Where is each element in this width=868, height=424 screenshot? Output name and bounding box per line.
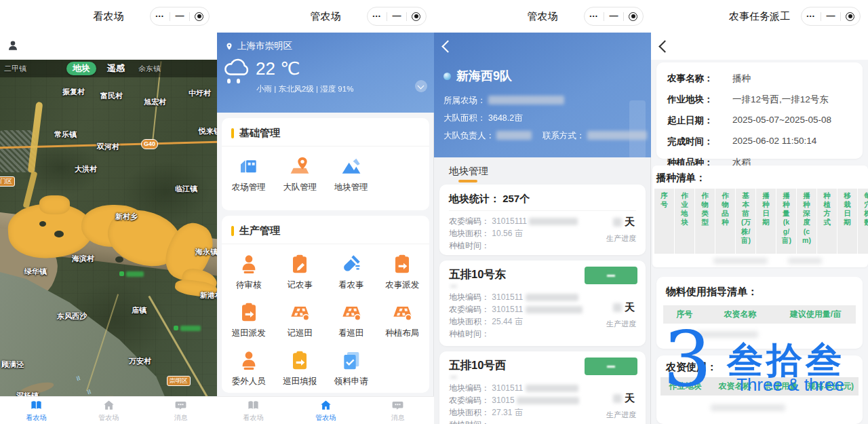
location-row[interactable]: 上海市崇明区 [225,40,292,52]
code-blur [526,294,578,301]
map-label: 新港村 [200,290,217,301]
plot-area-row: 地块面积： 27.31 亩 [449,407,523,419]
plot-card[interactable]: 五排10号东 地块编码： 3101511 农委编码： 3101511 地块面积：… [439,261,646,346]
leader-label: 大队负责人： [443,131,494,140]
miniprogram-capsule[interactable]: ••• — [150,7,210,26]
grid-item-record-patrol[interactable]: 记巡田 [275,295,326,343]
more-icon[interactable]: ••• [156,14,165,19]
grid-item-team-management[interactable]: 大队管理 [275,149,326,197]
grid-item-outsourced-staff[interactable]: 委外人员 [223,343,275,391]
location-pin-icon [225,41,233,52]
tabbar-item-messages[interactable]: 消息 [144,397,217,424]
minimize-icon[interactable]: — [826,11,835,20]
plot-gap [115,256,123,263]
chat-icon [174,399,187,412]
home-icon [319,399,332,412]
miniprogram-capsule[interactable]: ••• — [801,7,861,26]
grid-item-patrol-report[interactable]: 巡田填报 [275,343,326,391]
nw-code-row: 农委编码： 3101511 [449,304,583,315]
grid-item-record-farmwork[interactable]: 记农事 [275,247,326,295]
plot-polygon[interactable] [39,195,70,214]
miniprogram-capsule[interactable]: ••• — [367,7,427,26]
grid-item-material-request[interactable]: 领料申请 [326,343,377,391]
tab-bar: 看农场 管农场 消息 [217,396,434,424]
close-icon[interactable] [412,12,420,21]
grid-item-label: 巡田派发 [232,328,266,339]
code-blur [526,385,578,392]
info-label: 完成时间： [667,136,732,148]
plot-action-button[interactable] [585,267,637,284]
days-value-blur [613,394,622,403]
clipboard-pencil-icon [289,253,311,275]
grid-item-patrol-dispatch[interactable]: 巡田派发 [223,295,275,343]
grid-item-view-farmwork[interactable]: 看农事 [326,247,377,295]
plot-code-row: 地块编码： 3101511 [449,292,578,303]
team-area-value: 3648.2亩 [488,113,523,123]
panel-manage-farm-home: 管农场 ••• — 上海市崇明区 22 ℃ 小雨 | 东北风2级 | 湿度 91… [217,0,434,424]
tabbar-item-manage-farm[interactable]: 管农场 [290,397,362,424]
grid-item-farm-management[interactable]: 农场管理 [223,149,275,197]
map-label: 绿华镇 [24,267,47,277]
plot-action-button[interactable] [585,358,637,375]
grid-item-label: 看巡田 [338,328,364,339]
tabbar-label: 消息 [391,413,405,423]
map-label: 二甲镇 [4,64,26,74]
nw-code-value: 3101511 [492,305,523,314]
close-icon[interactable] [846,12,854,21]
grid-item-label: 大队管理 [283,182,317,193]
contact-row: 联系方式： [542,130,647,142]
minimize-icon[interactable]: — [392,11,401,20]
grid-item-label: 看农事 [338,280,364,291]
info-value: 2025-06-02 11:50:14 [732,136,816,148]
more-icon[interactable]: ••• [373,14,382,19]
tab-plot-management[interactable]: 地块管理 [449,165,488,178]
team-name-row: 新海西9队 [443,68,512,84]
chevron-down-icon[interactable] [415,80,427,92]
miniprogram-capsule[interactable]: ••• — [584,7,644,26]
tab-remote-sensing[interactable]: 遥感 [107,62,125,75]
book-icon [30,399,43,412]
days-unit: 天 [625,216,635,227]
tabbar-item-view-farm[interactable]: 看农场 [217,397,290,424]
grid-item-planting-layout[interactable]: 种植布局 [377,295,429,343]
grid-item-label: 记农事 [288,280,313,291]
book-icon [247,399,260,412]
more-icon[interactable]: ••• [590,14,599,19]
minimize-icon[interactable]: — [175,11,184,20]
sowing-list-title: 播种清单： [656,172,706,185]
subtext-blur [450,285,457,288]
user-icon[interactable] [7,39,19,52]
grid-item-view-patrol[interactable]: 看巡田 [326,295,377,343]
tabbar-item-view-farm[interactable]: 看农场 [0,397,73,424]
more-icon[interactable]: ••• [807,14,816,19]
data-row-blur [713,258,768,264]
minimize-icon[interactable]: — [609,11,618,20]
close-icon[interactable] [195,12,203,21]
days-unit: 天 [625,392,635,404]
farm-map[interactable]: 地块 遥感 二甲镇 余东镇 振复村 富民村 旭宏村 中圩村 悦来镇 常乐镇 双河… [0,60,217,397]
plot-gap [39,221,46,227]
tab-plot-layer[interactable]: 地块 [66,62,96,75]
basic-grid: 农场管理 大队管理 地块管理 [222,147,429,200]
plot-stats-card[interactable]: 地块统计： 257个 农委编码： 31015111 地块面积： 10.56 亩 … [439,185,646,255]
tabbar-item-messages[interactable]: 消息 [361,397,434,424]
grid-item-farmwork-dispatch[interactable]: 农事派发 [377,247,429,295]
navbar: 农事任务派工 ••• — [651,0,868,33]
info-value: 播种 [732,73,751,85]
grid-item-pending-review[interactable]: 待审核 [223,247,275,295]
tabbar-label: 管农场 [315,413,336,423]
code-blur [526,306,583,313]
tabbar-label: 看农场 [26,413,46,423]
shovel-icon [340,253,362,275]
table-column-header: 作物类型 [695,189,715,254]
close-icon[interactable] [629,12,637,21]
tabbar-item-manage-farm[interactable]: 管农场 [73,397,145,424]
back-icon[interactable] [441,40,454,52]
data-row-blur [697,331,758,338]
plot-card[interactable]: 五排10号西 地块编码： 3101511 农委编码： 31015 地块面积： 2… [439,351,646,424]
materials-table-header: 序号 农资名称 建议使用量/亩 [663,305,856,324]
info-value: 2025-05-07~2025-05-08 [732,115,831,127]
field-grid-icon [289,301,311,323]
info-label: 作业地块： [667,94,732,106]
grid-item-plot-management[interactable]: 地块管理 [326,149,377,197]
